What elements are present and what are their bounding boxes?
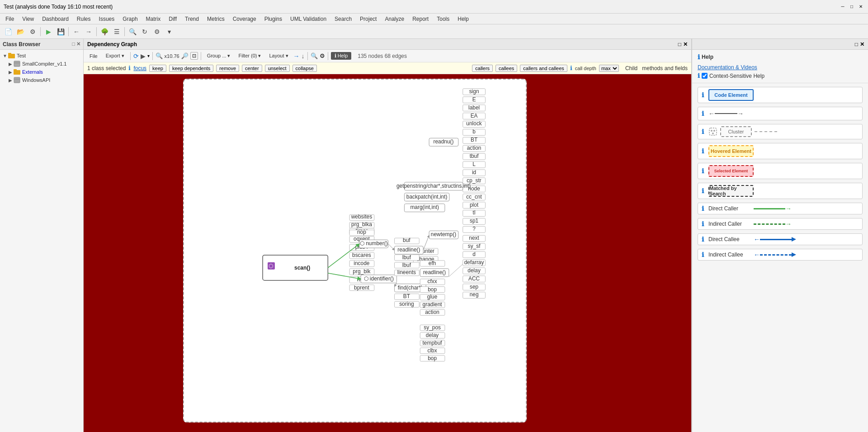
new-button[interactable]: 📄 [3,26,14,37]
menu-issues[interactable]: Issues [95,15,118,23]
readline-node-right[interactable]: readline() [420,269,449,277]
newtemp-node[interactable]: newtemp() [429,231,458,239]
graph-inner-canvas[interactable]: sign E label EA unlock [183,79,527,423]
zoom-out-icon[interactable]: 🔍 [181,52,189,59]
dep-arrow-right-btn[interactable]: → [293,52,300,60]
legend-info-selected[interactable]: ℹ [702,167,704,175]
save-button[interactable]: 💾 [55,26,66,37]
dep-search-icon[interactable]: 🔍 [311,52,318,59]
menu-diff[interactable]: Diff [165,15,180,23]
menu-coverage[interactable]: Coverage [229,15,260,23]
remove-btn[interactable]: remove [216,65,239,72]
dep-file-btn[interactable]: File [86,52,101,60]
menu-project[interactable]: Project [356,15,380,23]
menu-view[interactable]: View [19,15,38,23]
toolbar-sep-2 [68,27,69,36]
menu-plugins[interactable]: Plugins [261,15,286,23]
help-info-icon: ℹ [698,53,700,61]
nav-forward-icon[interactable]: ▶ [141,52,146,60]
dep-group-btn[interactable]: Group ... ▾ [204,52,234,60]
legend-info-cluster[interactable]: ℹ [702,128,704,135]
list-view-button[interactable]: ☰ [111,26,122,37]
open-button[interactable]: 📂 [15,26,26,37]
collapse-btn[interactable]: collapse [292,65,317,72]
callees-btn[interactable]: callees [495,65,517,72]
menu-analyze[interactable]: Analyze [381,15,408,23]
number-node[interactable]: ⬡ number() [359,240,388,248]
maximize-button[interactable]: □ [848,3,855,10]
identifier-node[interactable]: ⬡ identifier() [361,275,397,283]
right-panel-expand-btn[interactable]: □ [855,41,858,47]
dep-layout-btn[interactable]: Layout ▾ [266,52,291,60]
legend-info-direct-caller[interactable]: ℹ [702,205,704,212]
scan-node[interactable]: ⬡ scan() [263,255,328,280]
dep-filter-btn[interactable]: Filter (0) ▾ [235,52,264,60]
legend-info-indirect-callee[interactable]: ℹ [702,251,704,258]
marg-node[interactable]: marg(int,int) [404,204,445,212]
readnu-node[interactable]: readnu() [429,138,458,146]
dep-arrow-down-btn[interactable]: ↓ [302,52,305,60]
keep-btn[interactable]: keep [149,65,166,72]
legend-info-arrow[interactable]: ℹ [702,110,704,117]
settings-button[interactable]: ⚙ [27,26,38,37]
run-button[interactable]: ▶ [43,26,54,37]
class-browser-close-btn[interactable]: ✕ [76,41,80,47]
tree-item-test[interactable]: ▼ Test [1,52,82,60]
menu-rules[interactable]: Rules [73,15,94,23]
back-button[interactable]: ← [71,26,82,37]
dep-graph-expand-btn[interactable]: □ [678,41,681,47]
zoom-in-icon[interactable]: 🔍 [156,52,163,59]
right-panel-close-btn[interactable]: ✕ [860,41,864,47]
unselect-btn[interactable]: unselect [265,65,290,72]
dep-settings-icon[interactable]: ⚙ [320,52,325,59]
backpatch-node[interactable]: backpatch(int,int) [404,193,449,201]
menu-uml-validation[interactable]: UML Validation [287,15,330,23]
tree-view-button[interactable]: 🌳 [99,26,110,37]
class-browser-maximize-btn[interactable]: □ [72,41,75,47]
legend-info-hovered[interactable]: ℹ [702,147,704,155]
tree-item-smallcompiler[interactable]: ▶ SmallCompiler_v1.1 [1,60,82,68]
tree-item-windowsapi[interactable]: ▶ WindowsAPI [1,76,82,84]
dep-export-btn[interactable]: Export ▾ [103,52,127,60]
legend-info-matched[interactable]: ℹ [702,187,704,195]
getpenstring-node[interactable]: getpenstring/char*,structins.int) [396,182,471,190]
legend-info-direct-callee[interactable]: ℹ [702,236,704,243]
dep-help-btn[interactable]: ℹ Help [331,52,352,60]
config-button[interactable]: ⚙ [151,26,162,37]
keep-dependents-btn[interactable]: keep dependents [169,65,213,72]
menu-report[interactable]: Report [409,15,432,23]
readline-node-middle[interactable]: readline() [395,246,424,254]
menu-help[interactable]: Help [454,15,472,23]
call-depth-select[interactable]: max 1 2 3 [599,65,619,72]
tree-item-externals[interactable]: ▶ Externals [1,68,82,76]
menu-trend[interactable]: Trend [181,15,203,23]
dep-graph-close-btn[interactable]: ✕ [683,41,688,47]
nav-back-icon[interactable]: ⟳ [133,52,139,60]
menu-tools[interactable]: Tools [433,15,453,23]
menu-file[interactable]: File [2,15,18,23]
menu-graph[interactable]: Graph [119,15,141,23]
svg-text:cfxx: cfxx [427,278,437,285]
callers-callees-btn[interactable]: callers and callees [520,65,567,72]
focus-btn[interactable]: focus [133,65,146,71]
menu-matrix[interactable]: Matrix [142,15,165,23]
search-button[interactable]: 🔍 [127,26,138,37]
minimize-button[interactable]: ─ [839,3,846,10]
zoom-fit-btn[interactable]: ⊡ [190,52,198,60]
more-button[interactable]: ▾ [164,26,175,37]
graph-canvas[interactable]: sign E label EA unlock [84,74,691,432]
child-label: Child [625,65,637,71]
context-sensitive-checkbox[interactable] [702,73,708,79]
legend-info-indirect-caller[interactable]: ℹ [702,220,704,228]
callers-btn[interactable]: callers [472,65,493,72]
documentation-link[interactable]: Documentation & Videos [698,64,863,71]
menu-metrics[interactable]: Metrics [203,15,228,23]
center-btn[interactable]: center [242,65,262,72]
close-button[interactable]: ✕ [857,3,864,10]
menu-dashboard[interactable]: Dashboard [38,15,72,23]
forward-button[interactable]: → [83,26,94,37]
menu-search[interactable]: Search [331,15,355,23]
legend-info-code-element[interactable]: ℹ [702,91,704,99]
nav-dropdown-icon[interactable]: ▾ [147,53,150,58]
refresh-button[interactable]: ↻ [139,26,150,37]
